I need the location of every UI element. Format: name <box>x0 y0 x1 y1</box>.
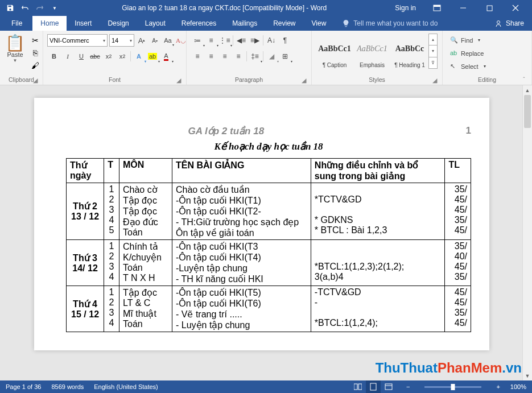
table-cell: -Ôn tập cuối HKI(T5) -Ôn tập cuối HKI(T6… <box>172 286 311 332</box>
borders-button[interactable]: ⊞▾ <box>278 50 292 63</box>
scroll-thumb[interactable] <box>524 95 531 128</box>
collapse-ribbon-icon[interactable]: ˆ <box>517 75 531 85</box>
language[interactable]: English (United States) <box>94 383 158 390</box>
style-heading1[interactable]: AaBbCc¶ Heading 1 <box>391 34 428 70</box>
launcher-icon[interactable]: ◢ <box>32 77 39 84</box>
superscript-button[interactable]: x2 <box>116 50 129 63</box>
tab-mailings[interactable]: Mailings <box>224 16 265 31</box>
align-right-button[interactable]: ≡ <box>218 50 232 63</box>
subscript-button[interactable]: x2 <box>102 50 116 63</box>
share-button[interactable]: Share <box>486 16 532 31</box>
italic-button[interactable]: I <box>61 50 75 63</box>
zoom-out-button[interactable]: − <box>406 383 410 390</box>
save-icon[interactable] <box>3 1 17 15</box>
table-cell: Thứ 2 13 / 12 <box>67 183 104 240</box>
scroll-down-icon[interactable]: ▼ <box>523 371 532 380</box>
show-marks-button[interactable]: ¶ <box>278 34 292 47</box>
underline-button[interactable]: U <box>75 50 88 63</box>
align-left-button[interactable]: ≡ <box>191 50 204 63</box>
tab-file[interactable]: File <box>1 16 32 31</box>
sort-button[interactable]: A↓ <box>265 34 278 47</box>
font-color-button[interactable]: A▾ <box>159 50 173 63</box>
styles-gallery[interactable]: AaBbCc1¶ Caption AaBbCc1Emphasis AaBbCc¶… <box>315 32 439 70</box>
font-name-select[interactable]: VNI-Commerc▾ <box>47 34 108 47</box>
share-label: Share <box>506 19 524 27</box>
increase-indent-button[interactable]: ≡▶ <box>248 34 262 47</box>
maximize-icon[interactable] <box>476 0 502 16</box>
table-cell: 1 2 3 4 <box>104 240 119 286</box>
shrink-font-button[interactable]: A▾ <box>149 35 160 46</box>
style-emphasis[interactable]: AaBbCc1Emphasis <box>353 34 391 70</box>
font-name-value: VNI-Commerc <box>50 37 89 44</box>
tab-view[interactable]: View <box>304 16 335 31</box>
vertical-scrollbar[interactable]: ▲ ▼ <box>522 85 532 380</box>
launcher-icon[interactable]: ◢ <box>175 77 182 84</box>
find-button[interactable]: 🔍Find▾ <box>448 34 488 46</box>
close-icon[interactable] <box>502 0 529 16</box>
line-spacing-button[interactable]: ‡≡▾ <box>248 50 262 63</box>
zoom-level[interactable]: 100% <box>510 383 526 390</box>
table-cell: *TCTV&GD * GDKNS * BTCL : Bài 1,2,3 <box>311 183 445 240</box>
style-caption[interactable]: AaBbCc1¶ Caption <box>316 34 353 70</box>
justify-button[interactable]: ≡ <box>232 50 245 63</box>
svg-rect-7 <box>385 384 392 390</box>
tab-review[interactable]: Review <box>265 16 303 31</box>
paste-button[interactable]: 📋 Paste ▼ <box>3 32 27 63</box>
change-case-button[interactable]: Aa▾ <box>162 35 174 46</box>
replace-icon: ab <box>450 49 458 57</box>
header-title: GA lớp 2 tuần 18 <box>188 125 264 137</box>
redo-icon[interactable] <box>33 1 47 15</box>
tab-home[interactable]: Home <box>32 16 67 31</box>
web-layout-icon[interactable] <box>381 380 396 393</box>
decrease-indent-button[interactable]: ◀≡ <box>234 34 248 47</box>
tab-references[interactable]: References <box>174 16 224 31</box>
launcher-icon[interactable]: ◢ <box>431 77 438 84</box>
copy-icon[interactable]: ⎘ <box>30 47 41 59</box>
grow-font-button[interactable]: A▴ <box>136 35 147 46</box>
replace-button[interactable]: abReplace <box>448 47 488 59</box>
font-size-select[interactable]: 14▾ <box>109 34 134 47</box>
tab-insert[interactable]: Insert <box>67 16 100 31</box>
tell-me-search[interactable]: Tell me what you want to do <box>334 16 438 31</box>
ribbon-options-icon[interactable] <box>424 0 450 16</box>
bold-button[interactable]: B <box>47 50 61 63</box>
sign-in-link[interactable]: Sign in <box>387 4 424 12</box>
qat-dropdown-icon[interactable]: ▼ <box>48 1 61 15</box>
numbering-button[interactable]: ≡▾ <box>204 34 218 47</box>
tab-design[interactable]: Design <box>100 16 137 31</box>
launcher-icon[interactable]: ◢ <box>300 77 307 84</box>
zoom-in-button[interactable]: + <box>496 383 500 390</box>
scroll-up-icon[interactable]: ▲ <box>523 85 532 95</box>
clear-format-button[interactable]: A◡ <box>175 35 187 46</box>
zoom-slider[interactable] <box>424 386 481 388</box>
table-cell: 1 2 3 4 <box>104 286 119 332</box>
table-cell: Chính tả K/chuyện Toán T N X H <box>119 240 172 286</box>
tab-layout[interactable]: Layout <box>137 16 174 31</box>
highlight-button[interactable]: ab▾ <box>146 50 159 63</box>
shading-button[interactable]: ◢▾ <box>265 50 278 63</box>
svg-point-3 <box>497 21 500 24</box>
page: GA lớp 2 tuần 18 1 Kế hoạch dạy học tuần… <box>34 98 489 350</box>
document-area[interactable]: GA lớp 2 tuần 18 1 Kế hoạch dạy học tuần… <box>0 85 532 380</box>
font-size-value: 14 <box>112 37 118 44</box>
word-count[interactable]: 8569 words <box>51 383 84 390</box>
cut-icon[interactable]: ✂ <box>30 35 41 46</box>
svg-rect-2 <box>487 6 492 11</box>
print-layout-icon[interactable] <box>366 380 381 393</box>
select-button[interactable]: ↖Select▾ <box>448 60 488 72</box>
styles-scroll[interactable]: ▴▾⊽ <box>428 34 438 69</box>
undo-icon[interactable] <box>18 1 32 15</box>
bullets-button[interactable]: ≔▾ <box>191 34 204 47</box>
text-effects-button[interactable]: A▾ <box>132 50 146 63</box>
multilevel-button[interactable]: ⋮≡▾ <box>218 34 232 47</box>
align-center-button[interactable]: ≡ <box>204 50 218 63</box>
styles-group-label: Styles <box>369 76 385 83</box>
minimize-icon[interactable] <box>450 0 476 16</box>
select-icon: ↖ <box>450 63 458 71</box>
page-count[interactable]: Page 1 of 36 <box>6 383 41 390</box>
table-cell: 35/ 40/ 45/ 35/ <box>445 240 471 286</box>
strikethrough-button[interactable]: abc <box>88 50 102 63</box>
read-mode-icon[interactable] <box>350 380 365 393</box>
table-cell: Thứ 3 14/ 12 <box>67 240 104 286</box>
format-painter-icon[interactable]: 🖌 <box>30 60 41 71</box>
